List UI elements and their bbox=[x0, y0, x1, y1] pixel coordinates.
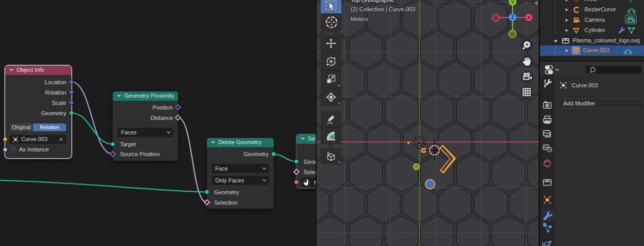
svg-text:<: < bbox=[535, 0, 538, 6]
svg-text:Z: Z bbox=[511, 14, 514, 20]
svg-text:Y: Y bbox=[511, 0, 515, 5]
svg-text:X: X bbox=[527, 14, 531, 20]
